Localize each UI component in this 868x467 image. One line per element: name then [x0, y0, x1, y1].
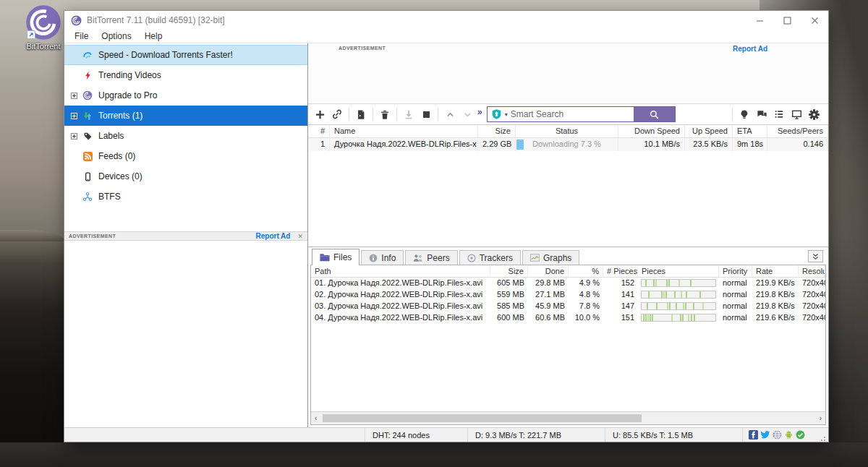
android-icon[interactable] — [784, 430, 793, 440]
sidebar-item-trending[interactable]: Trending Videos — [64, 65, 307, 85]
globe-icon[interactable] — [773, 430, 782, 440]
sidebar-item-labels[interactable]: Labels — [64, 126, 307, 146]
tab-trackers[interactable]: Trackers — [459, 250, 521, 265]
file-row[interactable]: 02. Дурочка Надя.2022.WEB-DLRip.Files-x.… — [311, 289, 825, 301]
scrollbar-thumb[interactable] — [323, 414, 642, 422]
close-button[interactable] — [801, 11, 828, 30]
file-pieces-cell — [638, 289, 719, 301]
remove-torrent-button[interactable] — [376, 106, 393, 123]
collapse-detail-button[interactable] — [808, 250, 823, 262]
column-header-size[interactable]: Size — [478, 125, 516, 138]
sidebar-item-upgrade[interactable]: Upgrade to Pro — [64, 85, 307, 106]
column-header-priority[interactable]: Priority — [719, 265, 752, 278]
column-header-num-pieces[interactable]: # Pieces — [603, 265, 638, 278]
column-header-seeds-peers[interactable]: Seeds/Peers — [767, 125, 828, 138]
start-download-button[interactable] — [400, 106, 417, 123]
file-row[interactable]: 03. Дурочка Надя.2022.WEB-DLRip.Files-x.… — [311, 301, 825, 312]
toolbar-overflow-icon[interactable]: » — [477, 107, 482, 117]
file-priority: normal — [719, 278, 752, 289]
create-torrent-button[interactable] — [352, 106, 370, 123]
check-status-icon[interactable] — [796, 430, 805, 440]
titlebar[interactable]: BitTorrent 7.11 (build 46591) [32-bit] — [64, 11, 828, 30]
column-header-done[interactable]: Done — [528, 265, 569, 278]
search-button[interactable] — [634, 107, 675, 121]
detailed-list-icon[interactable] — [770, 106, 788, 123]
minimize-button[interactable] — [746, 11, 773, 30]
file-done: 60.6 MB — [528, 312, 569, 324]
horizontal-scrollbar[interactable]: ‹ › — [311, 411, 825, 424]
column-header-eta[interactable]: ETA — [733, 125, 767, 138]
hints-bulb-icon[interactable] — [736, 106, 753, 123]
tab-files[interactable]: Files — [312, 249, 359, 265]
file-row[interactable]: 04. Дурочка Надя.2022.WEB-DLRip.Files-x.… — [311, 312, 825, 324]
detail-tabs: Files Info — [308, 247, 828, 265]
file-done: 45.9 MB — [528, 301, 569, 312]
maximize-button[interactable] — [773, 11, 801, 30]
menu-options[interactable]: Options — [95, 31, 137, 41]
settings-gear-icon[interactable] — [805, 106, 822, 123]
twitter-icon[interactable] — [760, 430, 770, 440]
tab-label: Files — [333, 252, 352, 262]
move-down-queue-button[interactable] — [459, 106, 476, 123]
desktop-icon-bittorrent[interactable]: BitTorrent — [20, 4, 67, 51]
menu-file[interactable]: File — [68, 31, 95, 41]
expander-icon[interactable] — [71, 113, 77, 119]
file-size: 559 MB — [490, 289, 528, 301]
file-done: 29.8 MB — [528, 278, 569, 289]
sidebar-item-devices[interactable]: Devices (0) — [64, 166, 307, 187]
tab-peers[interactable]: Peers — [405, 250, 457, 265]
info-icon — [369, 254, 378, 262]
pieces-bar-2 — [641, 302, 716, 310]
add-link-button[interactable] — [328, 106, 346, 123]
sidebar-item-speed[interactable]: Speed - Download Torrents Faster! — [64, 45, 307, 65]
column-header-pieces[interactable]: Pieces — [638, 265, 719, 278]
file-row[interactable]: 01. Дурочка Надя.2022.WEB-DLRip.Files-x.… — [311, 278, 825, 289]
remote-devices-icon[interactable] — [788, 106, 805, 123]
file-pieces-cell — [638, 312, 719, 324]
facebook-icon[interactable] — [749, 430, 758, 440]
chat-icon[interactable] — [753, 106, 770, 123]
status-upload: U: 85.5 KB/s T: 1.5 MB — [605, 428, 742, 442]
column-header-resolution[interactable]: Resolut — [799, 265, 825, 278]
expander-icon[interactable] — [71, 93, 77, 99]
torrent-row[interactable]: 1 Дурочка Надя.2022.WEB-DLRip.Files-x 2.… — [308, 138, 828, 151]
tab-graphs[interactable]: Graphs — [522, 250, 579, 265]
expander-icon[interactable] — [71, 133, 77, 140]
file-num-pieces: 151 — [603, 312, 638, 324]
column-header-up-speed[interactable]: Up Speed — [685, 125, 733, 138]
column-header-status[interactable]: Status — [516, 125, 618, 138]
sidebar-item-label: Upgrade to Pro — [98, 90, 157, 100]
report-ad-link[interactable]: Report Ad — [733, 45, 767, 53]
menu-help[interactable]: Help — [138, 31, 169, 41]
resize-grip[interactable] — [819, 434, 826, 442]
scroll-left-icon[interactable]: ‹ — [315, 414, 317, 422]
close-ad-icon[interactable]: ✕ — [297, 233, 303, 240]
torrent-seeds-peers: 0.146 — [767, 138, 828, 151]
move-up-queue-button[interactable] — [441, 106, 459, 123]
sidebar-item-btfs[interactable]: BTFS — [64, 187, 307, 207]
search-engine-caret-icon[interactable]: ▾ — [505, 111, 508, 118]
sidebar-item-label: Devices (0) — [98, 171, 142, 181]
column-header-name[interactable]: Name — [330, 125, 478, 138]
column-header-rate[interactable]: Rate — [752, 265, 799, 278]
search-input[interactable] — [511, 109, 605, 119]
column-header-down-speed[interactable]: Down Speed — [618, 125, 685, 138]
scroll-right-icon[interactable]: › — [820, 414, 822, 422]
search-engine-shield-icon[interactable] — [491, 108, 502, 120]
stop-button[interactable] — [417, 106, 435, 123]
desktop-icon-label: BitTorrent — [20, 42, 67, 51]
column-header-path[interactable]: Path — [311, 265, 490, 278]
column-header-percent[interactable]: % — [569, 265, 603, 278]
add-torrent-button[interactable] — [311, 106, 328, 123]
torrent-eta: 9m 18s — [733, 138, 767, 151]
tab-info[interactable]: Info — [361, 250, 404, 265]
file-num-pieces: 147 — [603, 301, 638, 312]
file-resolution: 720x400 — [799, 278, 825, 289]
torrent-down-speed: 10.1 MB/s — [618, 138, 685, 151]
sidebar-item-feeds[interactable]: Feeds (0) — [64, 146, 307, 166]
column-header-num[interactable]: # — [308, 125, 330, 138]
toolbar-separator — [349, 108, 349, 121]
report-ad-link[interactable]: Report Ad — [255, 232, 290, 240]
sidebar-item-torrents[interactable]: Torrents (1) — [64, 106, 307, 126]
column-header-size[interactable]: Size — [490, 265, 528, 278]
